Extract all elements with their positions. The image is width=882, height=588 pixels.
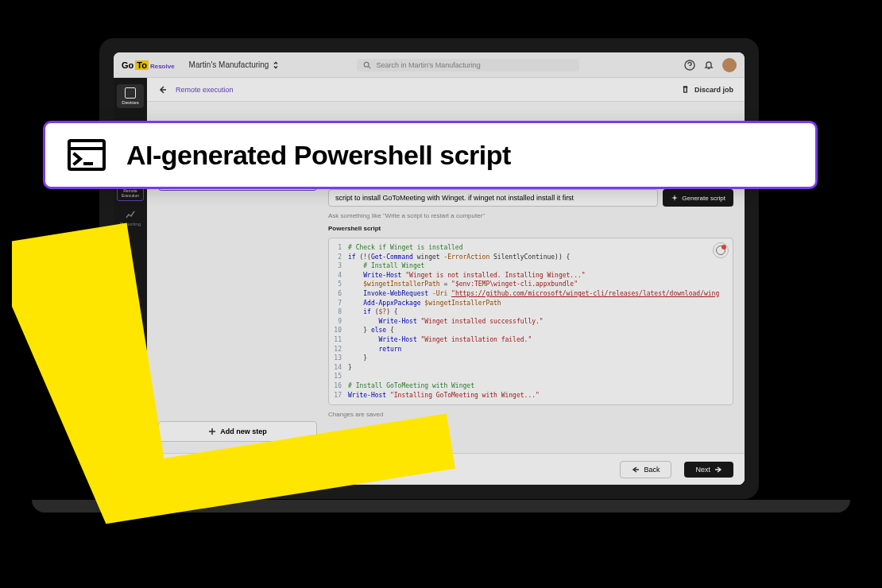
code-line: 6 Invoke-WebRequest -Uri "https://github… xyxy=(334,289,728,299)
svg-point-0 xyxy=(365,62,369,67)
help-icon[interactable] xyxy=(684,60,695,71)
script-panel: OpenAI integration will guide you to wri… xyxy=(328,149,733,442)
refresh-icon xyxy=(158,465,167,474)
code-line: 15 xyxy=(334,372,728,381)
generate-script-button[interactable]: Generate script xyxy=(663,189,733,207)
nav-devices[interactable]: Devices xyxy=(117,84,144,108)
sparkle-icon xyxy=(217,465,226,474)
suggest-step-button[interactable]: Suggest step xyxy=(217,465,275,474)
bottom-bar: Start over Suggest step Back Next xyxy=(147,453,745,485)
reporting-icon xyxy=(125,209,136,220)
code-line: 10 } else { xyxy=(334,326,728,335)
breadcrumb-title[interactable]: Remote execution xyxy=(176,86,234,94)
prompt-input[interactable] xyxy=(328,189,658,207)
save-status: Changes are saved xyxy=(328,411,733,418)
org-selector[interactable]: Martin's Manufacturing xyxy=(183,59,286,71)
callout-title: AI-generated Powershell script xyxy=(126,140,511,171)
arrow-left-icon xyxy=(632,466,640,474)
code-line: 17Write-Host "Installing GoToMeeting wit… xyxy=(334,391,728,400)
terminal-icon xyxy=(68,139,106,171)
code-line: 13 } xyxy=(334,354,728,363)
discard-job-button[interactable]: Discard job xyxy=(681,85,733,94)
stop-generation-button[interactable] xyxy=(713,242,729,258)
org-name: Martin's Manufacturing xyxy=(189,60,269,69)
back-arrow-icon[interactable] xyxy=(158,85,168,95)
next-button[interactable]: Next xyxy=(684,462,733,478)
code-line: 2if (!(Get-Command winget -ErrorAction S… xyxy=(334,253,728,262)
add-step-button[interactable]: Add new step xyxy=(158,421,317,442)
back-button[interactable]: Back xyxy=(620,461,671,478)
code-line: 9 Write-Host "Winget installed successfu… xyxy=(334,317,728,327)
sparkle-icon xyxy=(671,194,679,202)
script-label: Powershell script xyxy=(328,225,733,232)
code-line: 8 if ($?) { xyxy=(334,308,728,317)
steps-panel: Save as step collection AI-generated Pow… xyxy=(158,149,317,442)
start-over-button[interactable]: Start over xyxy=(158,465,204,474)
code-editor[interactable]: 1# Check if Winget is installed2if (!(Ge… xyxy=(328,238,733,405)
laptop-frame: GoTo Resolve Martin's Manufacturing Sear… xyxy=(99,38,759,499)
code-line: 4 Write-Host "Winget is not installed. I… xyxy=(334,271,728,280)
app-screen: GoTo Resolve Martin's Manufacturing Sear… xyxy=(114,52,745,485)
search-icon xyxy=(363,61,371,69)
trash-icon xyxy=(681,85,690,94)
updown-icon xyxy=(273,61,279,69)
topbar: GoTo Resolve Martin's Manufacturing Sear… xyxy=(114,52,745,78)
search-input[interactable]: Search in Martin's Manufacturing xyxy=(357,59,579,72)
code-line: 7 Add-AppxPackage $wingetInstallerPath xyxy=(334,299,728,308)
nav-reporting[interactable]: Reporting xyxy=(117,206,144,230)
code-line: 3 # Install Winget xyxy=(334,261,728,271)
prompt-hint: Ask something like "Write a script to re… xyxy=(328,212,733,219)
arrow-right-icon xyxy=(714,466,722,474)
code-line: 11 Write-Host "Winget installation faile… xyxy=(334,335,728,345)
callout-banner: AI-generated Powershell script xyxy=(43,121,818,189)
code-line: 14} xyxy=(334,363,728,373)
code-line: 16# Install GoToMeeting with Winget xyxy=(334,381,728,391)
code-line: 12 return xyxy=(334,345,728,354)
breadcrumb: Remote execution Discard job xyxy=(147,78,745,102)
user-avatar[interactable] xyxy=(722,58,737,72)
app-logo: GoTo Resolve xyxy=(122,60,175,70)
notification-icon[interactable] xyxy=(703,60,714,71)
code-line: 5 $wingetInstallerPath = "$env:TEMP\wing… xyxy=(334,280,728,289)
code-line: 1# Check if Winget is installed xyxy=(334,243,728,253)
plus-icon xyxy=(208,427,216,435)
